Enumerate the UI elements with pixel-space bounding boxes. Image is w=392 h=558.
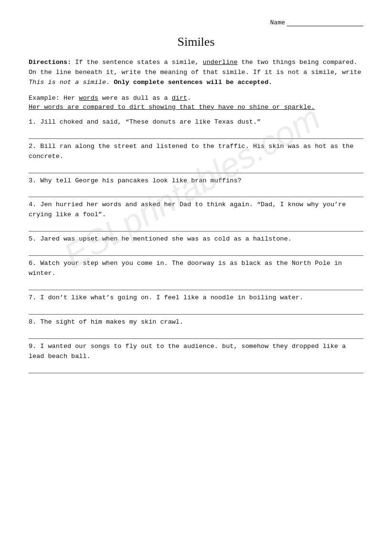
q5-number: 5. [29, 235, 40, 242]
directions-text3: . [106, 79, 114, 86]
question-8: 8. The sight of him makes my skin crawl. [29, 317, 363, 339]
q6-answer-line[interactable] [29, 280, 363, 290]
question-9-text: 9. I wanted our songs to fly out to the … [29, 342, 363, 362]
question-1: 1. Jill choked and said, “These donuts a… [29, 117, 363, 139]
q4-number: 4. [29, 201, 40, 208]
example-word1: words [79, 95, 98, 102]
question-1-text: 1. Jill choked and said, “These donuts a… [29, 117, 363, 127]
example-answer: Her words are compared to dirt showing t… [29, 104, 363, 111]
question-6: 6. Watch your step when you come in. The… [29, 259, 363, 290]
example-line: Example: Her words were as dull as a dir… [29, 95, 363, 102]
q2-answer-line[interactable] [29, 163, 363, 173]
directions-text1: If the sentence states a simile, [71, 59, 202, 66]
example-text3: . [187, 95, 191, 102]
q7-content: I don’t like what’s going on. I feel lik… [40, 294, 303, 301]
question-7-text: 7. I don’t like what’s going on. I feel … [29, 293, 363, 303]
q7-number: 7. [29, 294, 40, 301]
q9-number: 9. [29, 343, 40, 350]
name-section: Name [29, 19, 363, 26]
question-7: 7. I don’t like what’s going on. I feel … [29, 293, 363, 315]
directions-label: Directions: [29, 59, 71, 66]
q9-content: I wanted our songs to fly out to the aud… [29, 343, 346, 360]
directions-block: Directions: If the sentence states a sim… [29, 58, 363, 88]
questions-container: 1. Jill choked and said, “These donuts a… [29, 117, 363, 373]
name-label: Name [270, 19, 285, 26]
q8-number: 8. [29, 318, 40, 326]
directions-italic: This is not a simile [29, 79, 106, 86]
question-6-text: 6. Watch your step when you come in. The… [29, 259, 363, 279]
example-word2: dirt [172, 95, 187, 102]
directions-bold-end: Only complete sentences will be accepted… [114, 79, 272, 86]
question-8-text: 8. The sight of him makes my skin crawl. [29, 317, 363, 327]
q1-content: Jill choked and said, “These donuts are … [40, 118, 261, 126]
page-title: Similes [29, 35, 363, 49]
question-4: 4. Jen hurried her words and asked her D… [29, 200, 363, 232]
q1-number: 1. [29, 118, 40, 126]
name-underline[interactable] [287, 19, 363, 26]
q7-answer-line[interactable] [29, 304, 363, 315]
example-text2: were as dull as a [98, 95, 172, 102]
example-text1: : Her [56, 95, 79, 102]
question-3: 3. Why tell George his pancakes look lik… [29, 176, 363, 198]
example-label: Example [29, 95, 56, 102]
question-3-text: 3. Why tell George his pancakes look lik… [29, 176, 363, 186]
question-2: 2. Bill ran along the street and listene… [29, 142, 363, 173]
q2-content: Bill ran along the street and listened t… [29, 143, 354, 160]
q6-number: 6. [29, 260, 40, 267]
q8-content: The sight of him makes my skin crawl. [40, 318, 183, 326]
q8-answer-line[interactable] [29, 328, 363, 339]
q6-content: Watch your step when you come in. The do… [29, 260, 342, 277]
question-4-text: 4. Jen hurried her words and asked her D… [29, 200, 363, 220]
q3-content: Why tell George his pancakes look like b… [40, 177, 241, 184]
q4-content: Jen hurried her words and asked her Dad … [29, 201, 346, 218]
q2-number: 2. [29, 143, 40, 150]
q3-number: 3. [29, 177, 40, 184]
question-5-text: 5. Jared was upset when he mentioned she… [29, 234, 363, 244]
question-5: 5. Jared was upset when he mentioned she… [29, 234, 363, 256]
q4-answer-line[interactable] [29, 221, 363, 232]
question-9: 9. I wanted our songs to fly out to the … [29, 342, 363, 373]
q5-answer-line[interactable] [29, 245, 363, 256]
q9-answer-line[interactable] [29, 363, 363, 373]
q1-answer-line[interactable] [29, 128, 363, 139]
directions-underline-word: underline [203, 59, 238, 66]
example-section: Example: Her words were as dull as a dir… [29, 95, 363, 111]
question-2-text: 2. Bill ran along the street and listene… [29, 142, 363, 162]
q5-content: Jared was upset when he mentioned she wa… [40, 235, 292, 242]
q3-answer-line[interactable] [29, 187, 363, 197]
